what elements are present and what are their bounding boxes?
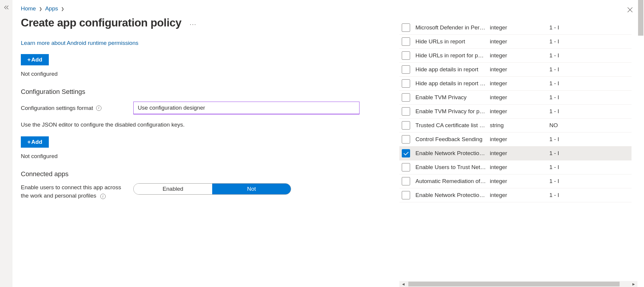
row-value: 1 - I (549, 164, 630, 171)
settings-table: Microsoft Defender in Perso…integer1 - I… (399, 21, 632, 202)
row-checkbox[interactable] (402, 135, 410, 144)
settings-picker-panel: Microsoft Defender in Perso…integer1 - I… (397, 0, 644, 287)
row-value: 1 - I (549, 192, 630, 198)
table-row[interactable]: Hide app details in reportinteger1 - I (399, 63, 632, 77)
breadcrumb-apps[interactable]: Apps (45, 5, 58, 12)
row-key: Enable TVM Privacy (415, 94, 490, 101)
chevron-right-icon: ❯ (61, 7, 64, 11)
row-value: 1 - I (549, 108, 630, 115)
plus-icon: + (27, 139, 31, 145)
table-row[interactable]: Enable Network Protection i…integer1 - I (399, 146, 632, 160)
row-type: integer (490, 80, 549, 87)
chevron-right-icon: ❯ (39, 7, 42, 11)
row-checkbox[interactable] (402, 93, 410, 102)
row-value: NO (549, 122, 630, 129)
table-row[interactable]: Enable Network Protection …integer1 - I (399, 188, 632, 202)
row-checkbox[interactable] (402, 65, 410, 74)
row-checkbox[interactable] (402, 163, 410, 171)
row-value: 1 - I (549, 150, 630, 157)
row-type: integer (490, 178, 549, 184)
horizontal-scrollbar[interactable]: ◀ ▶ (399, 281, 637, 287)
table-row[interactable]: Hide URLs in reportinteger1 - I (399, 35, 632, 49)
plus-icon: + (27, 56, 31, 63)
table-row[interactable]: Enable TVM Privacyinteger1 - I (399, 91, 632, 105)
row-checkbox[interactable] (402, 177, 410, 185)
row-type: integer (490, 94, 549, 101)
row-key: Enable TVM Privacy for pers… (415, 108, 490, 115)
scroll-left-icon[interactable]: ◀ (401, 282, 406, 286)
row-value: 1 - I (549, 178, 630, 184)
row-key: Hide app details in report (415, 66, 490, 73)
horizontal-scroll-thumb[interactable] (408, 282, 620, 286)
connected-apps-toggle[interactable]: Enabled Not (133, 183, 291, 195)
row-type: integer (490, 52, 549, 59)
row-checkbox[interactable] (402, 121, 410, 130)
row-key: Trusted CA certificate list for… (415, 122, 490, 129)
row-value: 1 - I (549, 94, 630, 101)
row-value: 1 - I (549, 24, 630, 31)
scroll-right-icon[interactable]: ▶ (631, 282, 636, 286)
add-settings-button[interactable]: +Add (21, 136, 49, 148)
row-checkbox[interactable] (402, 107, 410, 116)
page-scroll-thumb[interactable] (638, 0, 643, 36)
row-type: integer (490, 108, 549, 115)
breadcrumb-home[interactable]: Home (21, 5, 36, 12)
table-row[interactable]: Enable Users to Trust Netwo…integer1 - I (399, 160, 632, 174)
row-key: Enable Users to Trust Netwo… (415, 164, 490, 171)
row-key: Control Feedback Sending (415, 136, 490, 143)
page-vertical-scrollbar[interactable] (637, 0, 644, 287)
format-label: Configuration settings format i (21, 105, 128, 111)
row-value: 1 - I (549, 66, 630, 73)
nav-collapse-gutter[interactable] (0, 0, 12, 287)
row-key: Enable Network Protection i… (415, 150, 490, 157)
learn-more-link[interactable]: Learn more about Android runtime permiss… (21, 40, 138, 46)
row-type: string (490, 122, 549, 129)
add-permissions-button[interactable]: +Add (21, 54, 49, 65)
row-value: 1 - I (549, 38, 630, 45)
row-checkbox[interactable] (402, 51, 410, 60)
info-icon[interactable]: i (96, 105, 101, 111)
row-type: integer (490, 136, 549, 143)
row-key: Microsoft Defender in Perso… (415, 24, 490, 31)
row-key: Hide URLs in report for pers… (415, 52, 490, 59)
row-checkbox[interactable] (402, 191, 410, 199)
format-select[interactable]: Use configuration designer (133, 102, 359, 114)
row-key: Hide app details in report f… (415, 80, 490, 87)
row-key: Enable Network Protection … (415, 192, 490, 198)
close-button[interactable] (626, 4, 634, 16)
table-row[interactable]: Automatic Remediation of …integer1 - I (399, 174, 632, 188)
connected-apps-label: Enable users to connect this app across … (21, 183, 128, 200)
row-type: integer (490, 164, 549, 171)
row-key: Hide URLs in report (415, 38, 490, 45)
row-value: 1 - I (549, 136, 630, 143)
row-checkbox[interactable] (402, 23, 410, 32)
row-type: integer (490, 192, 549, 198)
table-row[interactable]: Microsoft Defender in Perso…integer1 - I (399, 21, 632, 35)
toggle-not-option[interactable]: Not (212, 184, 291, 194)
row-type: integer (490, 24, 549, 31)
row-checkbox[interactable] (402, 149, 410, 157)
row-checkbox[interactable] (402, 79, 410, 88)
more-actions-button[interactable]: ··· (190, 18, 197, 28)
row-type: integer (490, 150, 549, 157)
table-row[interactable]: Enable TVM Privacy for pers…integer1 - I (399, 105, 632, 119)
table-row[interactable]: Trusted CA certificate list for…stringNO (399, 119, 632, 133)
table-row[interactable]: Hide app details in report f…integer1 - … (399, 77, 632, 91)
row-checkbox[interactable] (402, 37, 410, 46)
row-value: 1 - I (549, 80, 630, 87)
close-icon (627, 7, 633, 12)
row-type: integer (490, 66, 549, 73)
table-row[interactable]: Hide URLs in report for pers…integer1 - … (399, 49, 632, 63)
toggle-enabled-option[interactable]: Enabled (134, 184, 212, 194)
table-row[interactable]: Control Feedback Sendinginteger1 - I (399, 133, 632, 146)
chevron-double-left-icon (4, 5, 9, 10)
row-value: 1 - I (549, 52, 630, 59)
row-key: Automatic Remediation of … (415, 178, 490, 184)
row-type: integer (490, 38, 549, 45)
info-icon[interactable]: i (100, 194, 106, 199)
page-title: Create app configuration policy (21, 17, 182, 29)
